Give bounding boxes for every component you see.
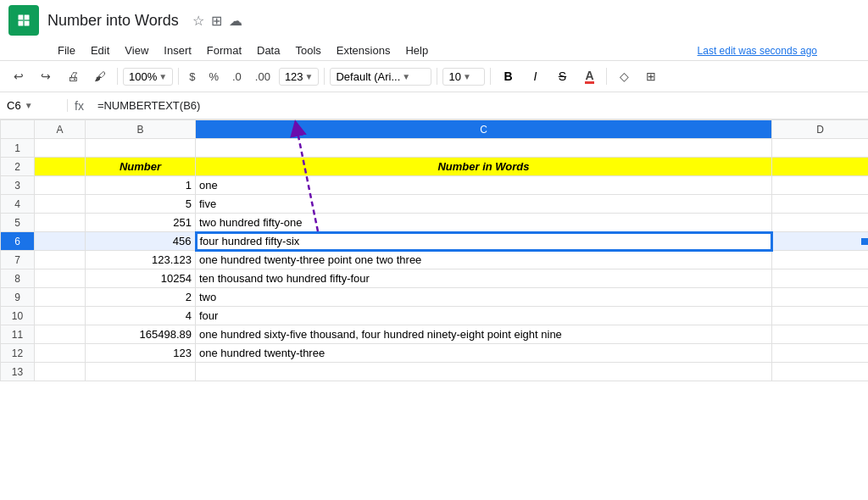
zoom-selector[interactable]: 100% ▼ [123,68,173,86]
cell-a3[interactable] [35,176,86,195]
print-button[interactable]: 🖨 [61,64,85,88]
number-format-selector[interactable]: 123 ▼ [279,68,320,86]
paint-format-button[interactable]: 🖌 [88,64,112,88]
bold-button[interactable]: B [496,64,520,88]
cell-c5[interactable]: two hundred fifty-one [196,214,772,232]
cell-b4[interactable]: 5 [86,195,196,214]
cell-c13[interactable] [196,363,772,381]
font-selector[interactable]: Default (Ari... ▼ [330,68,431,86]
cell-d3[interactable] [772,176,869,195]
cell-b9[interactable]: 2 [86,288,196,307]
col-header-d[interactable]: D [772,120,869,139]
cell-b10[interactable]: 4 [86,307,196,325]
cell-d4[interactable] [772,195,869,214]
row-header-13[interactable]: 13 [1,363,35,381]
cell-a5[interactable] [35,214,86,232]
menu-tools[interactable]: Tools [288,41,327,60]
last-edit-text[interactable]: Last edit was seconds ago [698,45,817,57]
strikethrough-button[interactable]: S [550,64,574,88]
cell-c10[interactable]: four [196,307,772,325]
cell-b6[interactable]: 456 [86,232,196,251]
cell-c2[interactable]: Number in Words [196,158,772,176]
currency-button[interactable]: $ [184,69,200,85]
formula-content[interactable]: =NUMBERTEXT(B6) [91,99,868,112]
percent-button[interactable]: % [203,69,224,85]
cell-a7[interactable] [35,251,86,269]
cell-d13[interactable] [772,363,869,381]
menu-file[interactable]: File [51,41,82,60]
cell-b1[interactable] [86,139,196,158]
cell-reference-box[interactable]: C6 ▼ [0,99,68,112]
row-header-6[interactable]: 6 [1,232,35,251]
folder-icon[interactable]: ⊞ [211,13,222,29]
cell-a2[interactable] [35,158,86,176]
col-header-c[interactable]: C [196,120,772,139]
cell-d1[interactable] [772,139,869,158]
cell-c8[interactable]: ten thousand two hundred fifty-four [196,269,772,288]
font-size-selector[interactable]: 10 ▼ [442,68,485,86]
row-header-1[interactable]: 1 [1,139,35,158]
cell-c3[interactable]: one [196,176,772,195]
cell-d12[interactable] [772,344,869,363]
borders-button[interactable]: ⊞ [639,64,663,88]
cell-a4[interactable] [35,195,86,214]
cell-c7[interactable]: one hundred twenty-three point one two t… [196,251,772,269]
row-header-3[interactable]: 3 [1,176,35,195]
menu-format[interactable]: Format [200,41,248,60]
row-header-9[interactable]: 9 [1,288,35,307]
col-header-b[interactable]: B [86,120,196,139]
cell-a8[interactable] [35,269,86,288]
cell-a1[interactable] [35,139,86,158]
cell-d7[interactable] [772,251,869,269]
cloud-icon[interactable]: ☁ [229,13,242,29]
row-header-2[interactable]: 2 [1,158,35,176]
cell-b7[interactable]: 123.123 [86,251,196,269]
row-header-7[interactable]: 7 [1,251,35,269]
cell-c9[interactable]: two [196,288,772,307]
cell-b13[interactable] [86,363,196,381]
row-header-8[interactable]: 8 [1,269,35,288]
italic-button[interactable]: I [523,64,547,88]
cell-a9[interactable] [35,288,86,307]
decimal2-button[interactable]: .00 [250,69,275,85]
col-header-a[interactable]: A [35,120,86,139]
cell-c11[interactable]: one hundred sixty-five thousand, four hu… [196,325,772,344]
menu-insert[interactable]: Insert [157,41,198,60]
row-header-4[interactable]: 4 [1,195,35,214]
cell-a12[interactable] [35,344,86,363]
cell-d8[interactable] [772,269,869,288]
undo-button[interactable]: ↩ [7,64,31,88]
cell-c1[interactable] [196,139,772,158]
cell-d6[interactable] [772,232,869,251]
row-header-5[interactable]: 5 [1,214,35,232]
cell-b12[interactable]: 123 [86,344,196,363]
font-color-button[interactable]: A [577,64,601,88]
cell-c4[interactable]: five [196,195,772,214]
cell-d11[interactable] [772,325,869,344]
cell-a6[interactable] [35,232,86,251]
cell-b5[interactable]: 251 [86,214,196,232]
cell-d9[interactable] [772,288,869,307]
cell-d2[interactable] [772,158,869,176]
star-icon[interactable]: ☆ [192,13,204,29]
row-header-12[interactable]: 12 [1,344,35,363]
menu-extensions[interactable]: Extensions [330,41,398,60]
cell-d10[interactable] [772,307,869,325]
menu-help[interactable]: Help [398,41,435,60]
cell-a13[interactable] [35,363,86,381]
cell-c12[interactable]: one hundred twenty-three [196,344,772,363]
cell-c6[interactable]: four hundred fifty-six [196,232,772,251]
cell-b8[interactable]: 10254 [86,269,196,288]
row-header-10[interactable]: 10 [1,307,35,325]
decimal0-button[interactable]: .0 [227,69,247,85]
menu-edit[interactable]: Edit [84,41,116,60]
cell-b3[interactable]: 1 [86,176,196,195]
menu-view[interactable]: View [118,41,155,60]
cell-b11[interactable]: 165498.89 [86,325,196,344]
fill-color-button[interactable]: ◇ [612,64,636,88]
cell-b2[interactable]: Number [86,158,196,176]
cell-d5[interactable] [772,214,869,232]
cell-a10[interactable] [35,307,86,325]
menu-data[interactable]: Data [250,41,287,60]
cell-a11[interactable] [35,325,86,344]
